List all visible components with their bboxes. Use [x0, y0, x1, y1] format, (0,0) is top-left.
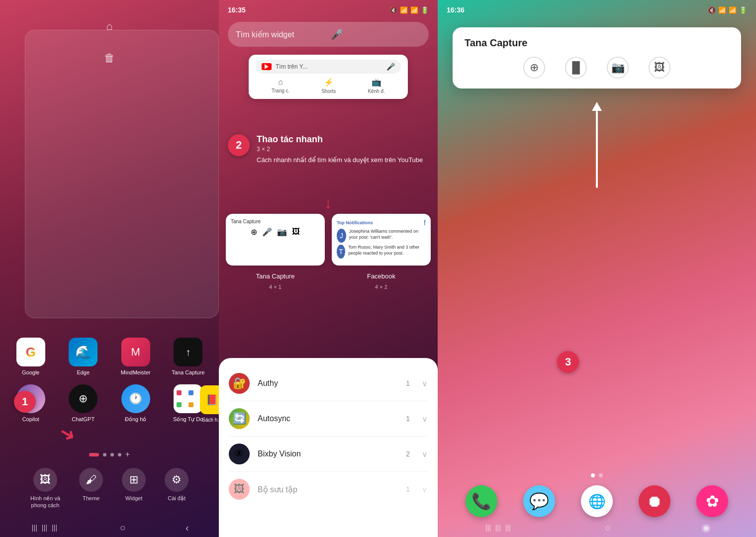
tana-capture-modal: Tana Capture ⊕ ▐▌ 📷 🖼 — [453, 27, 741, 89]
tana-widget-size: 4 × 1 — [226, 284, 325, 290]
app-songtudo-label: Sống Tự Do — [173, 416, 203, 423]
app-chatgpt-label: ChatGPT — [72, 416, 94, 422]
app-mindmeister[interactable]: M MindMeister — [114, 338, 158, 375]
app-donghoo-label: Đồng hồ — [125, 416, 146, 423]
tana-capture-widget[interactable]: Tana Capture ⊕ 🎤 📷 🖼 — [226, 214, 325, 266]
arrow-to-widget: ➜ — [55, 421, 80, 448]
arrow-up-container — [592, 102, 602, 188]
tana-widget-label: Tana Capture — [226, 272, 325, 280]
list-item-bosuutap[interactable]: 🖼 Bộ sưu tập 1 ∨ — [229, 472, 428, 507]
yt-home-label: Trang c. — [272, 88, 289, 93]
nav-menu-icon-p3[interactable]: ⫼⫼⫼ — [483, 522, 513, 534]
bosuutap-name: Bộ sưu tập — [258, 485, 398, 494]
dot-2 — [103, 453, 106, 456]
app-mindmeister-label: MindMeister — [121, 369, 151, 375]
autosync-count: 1 — [406, 415, 410, 423]
yt-home-icon: ⌂ — [278, 78, 283, 87]
mic-icon[interactable]: 🎤 — [331, 28, 421, 40]
step-1-badge: 1 — [14, 391, 36, 413]
panel2-status-bar: 16:35 🔇 📶 📶 🔋 — [219, 0, 438, 20]
app-partial: 📕 Sách h... — [200, 385, 219, 423]
nav-camera-icon-p3[interactable]: ◉ — [702, 522, 710, 534]
app-edge[interactable]: 🌊 Edge — [62, 338, 105, 375]
app-donghoo[interactable]: 🕐 Đồng hồ — [114, 384, 158, 423]
youtube-widget-preview: Tìm trên Y... 🎤 ⌂ Trang c. ⚡ Shorts 📺 Kê… — [249, 55, 408, 99]
yt-channel-label: Kênh đ. — [368, 89, 384, 94]
tana-camera-button[interactable]: 📷 — [607, 57, 629, 79]
nav-back-icon[interactable]: ‹ — [186, 522, 189, 534]
action-theme[interactable]: 🖌 Theme — [79, 468, 103, 502]
facebook-widget[interactable]: Top Notifications f J Josephina Williams… — [332, 214, 431, 266]
authy-chevron-icon: ∨ — [422, 379, 428, 388]
wifi-icon: 📶 — [400, 6, 408, 14]
bixby-chevron-icon: ∨ — [422, 449, 428, 459]
tana-audio-button[interactable]: ▐▌ — [565, 57, 587, 79]
step2-size: 3 × 2 — [257, 146, 423, 153]
p3-battery-icon: 🔋 — [739, 6, 747, 14]
bixby-name: Bixby Vision — [258, 449, 398, 458]
yt-home-btn[interactable]: ⌂ Trang c. — [272, 78, 289, 94]
panel2-time: 16:35 — [228, 6, 246, 14]
action-widget[interactable]: ⊞ Widget — [122, 468, 146, 502]
app-chatgpt[interactable]: ⊕ ChatGPT — [62, 384, 105, 423]
yt-channel-btn[interactable]: 📺 Kênh đ. — [368, 78, 384, 94]
panel3-time: 16:36 — [447, 6, 465, 14]
tana-modal-actions: ⊕ ▐▌ 📷 🖼 — [465, 57, 729, 79]
arrow-up-line — [596, 111, 598, 188]
widget-label: Widget — [125, 495, 142, 502]
nav-back-icon-p2[interactable]: ‹ — [404, 522, 408, 534]
battery-icon: 🔋 — [421, 6, 429, 14]
action-settings[interactable]: ⚙ Cài đặt — [165, 468, 189, 502]
fb-notif-1: J Josephina Williams commented on your p… — [337, 229, 426, 243]
tana-image-icon[interactable]: 🖼 — [292, 227, 300, 237]
list-item-authy[interactable]: 🔐 Authy 1 ∨ — [229, 366, 428, 401]
nav-menu-icon-p2[interactable]: ⫼⫼⫼ — [249, 522, 279, 534]
step2-title: Thao tác nhanh — [257, 134, 423, 145]
bosuutap-icon: 🖼 — [229, 479, 250, 500]
tana-audio-icon[interactable]: 🎤 — [262, 227, 272, 237]
autosync-icon: 🔄 — [229, 408, 250, 429]
dot-plus: + — [125, 450, 130, 459]
list-item-autosync[interactable]: 🔄 Autosync 1 ∨ — [229, 401, 428, 437]
flower-app-icon[interactable]: ✿ — [696, 485, 728, 517]
panel1-bottom-nav: + 🖼 Hình nền vàphong cách 🖌 Theme ⊞ Widg… — [0, 445, 219, 537]
screen-recorder-icon[interactable]: ⏺ — [639, 485, 670, 517]
widget-search-bar[interactable]: Tìm kiếm widget 🎤 — [228, 22, 429, 47]
list-item-bixby[interactable]: 👁 Bixby Vision 2 ∨ — [229, 437, 428, 472]
fb-avatar-2: T — [337, 245, 345, 259]
facebook-widget-col: Top Notifications f J Josephina Williams… — [332, 214, 431, 290]
app-copilot-label: Copilot — [22, 416, 39, 422]
nav-home-icon-p3[interactable]: ○ — [604, 522, 610, 534]
facebook-logo-icon: f — [424, 219, 426, 227]
panel-3: 16:36 🔇 📶 📶 🔋 Tana Capture ⊕ ▐▌ 📷 🖼 3 — [438, 0, 756, 537]
p3-mute-icon: 🔇 — [708, 6, 716, 14]
bosuutap-chevron-icon: ∨ — [422, 485, 428, 494]
app-google[interactable]: G Google — [9, 338, 53, 375]
chrome-app-icon[interactable]: 🌐 — [581, 485, 613, 517]
tana-camera-icon[interactable]: 📷 — [277, 227, 287, 237]
fb-widget-label: Facebook — [332, 272, 431, 280]
step2-text: Thao tác nhanh 3 × 2 Cách nhanh nhất để … — [257, 134, 423, 165]
app-tana[interactable]: ↑ Tana Capture — [167, 338, 210, 375]
tana-gallery-button[interactable]: 🖼 — [649, 57, 670, 79]
wallpaper-icon[interactable]: 🖼 — [33, 468, 57, 492]
tana-add-button[interactable]: ⊕ — [523, 57, 545, 79]
authy-name: Authy — [258, 379, 398, 388]
theme-icon[interactable]: 🖌 — [79, 468, 103, 492]
youtube-logo-icon — [262, 63, 272, 70]
homescreen-card — [25, 30, 219, 318]
yt-shorts-btn[interactable]: ⚡ Shorts — [321, 78, 336, 94]
arrow-down: ↓ — [324, 194, 332, 212]
action-wallpaper[interactable]: 🖼 Hình nền vàphong cách — [30, 468, 60, 509]
settings-icon[interactable]: ⚙ — [165, 468, 189, 492]
nav-home-icon[interactable]: ○ — [120, 522, 126, 534]
nav-menu-icon[interactable]: ⫼⫼⫼ — [30, 522, 60, 534]
widget-icon[interactable]: ⊞ — [122, 468, 146, 492]
tana-widget-col: Tana Capture ⊕ 🎤 📷 🖼 Tana Capture 4 × 1 — [226, 214, 325, 290]
phone-app-icon[interactable]: 📞 — [466, 485, 497, 517]
tana-add-icon[interactable]: ⊕ — [251, 227, 257, 237]
nav-home-icon-p2[interactable]: ○ — [339, 522, 345, 534]
step-3-badge: 3 — [557, 351, 579, 373]
messages-app-icon[interactable]: 💬 — [523, 485, 555, 517]
bosuutap-count: 1 — [406, 485, 410, 493]
